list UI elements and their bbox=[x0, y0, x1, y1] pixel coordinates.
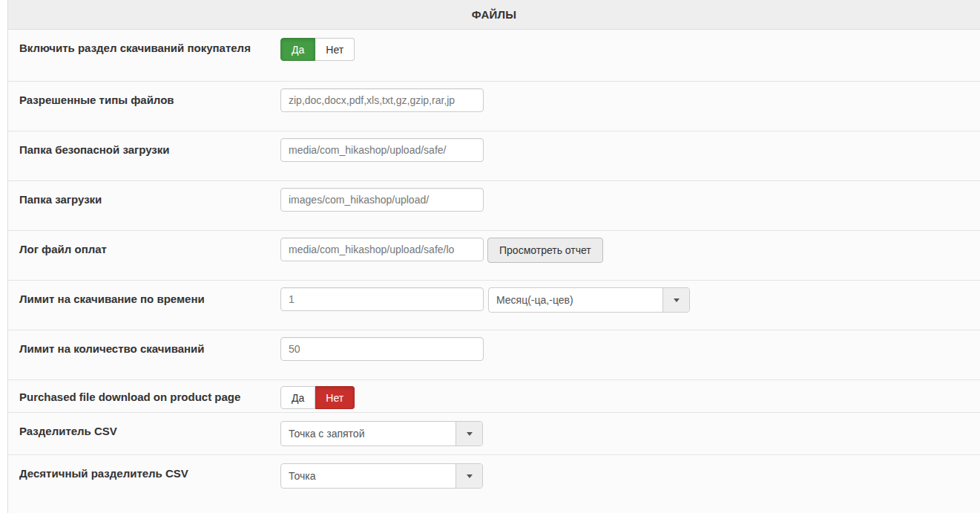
allowed-file-types-input[interactable] bbox=[280, 88, 484, 112]
csv-decimal-separator-select[interactable]: Точка bbox=[280, 463, 483, 489]
view-report-button[interactable]: Просмотреть отчет bbox=[487, 238, 603, 263]
time-period-select[interactable]: Месяц(-ца,-цев) bbox=[488, 287, 690, 313]
row-secure-upload-folder: Папка безопасной загрузки bbox=[8, 131, 980, 181]
secure-upload-folder-input[interactable] bbox=[280, 138, 484, 162]
row-allowed-file-types: Разрешенные типы файлов bbox=[8, 82, 980, 131]
csv-separator-selected-value: Точка с запятой bbox=[281, 422, 456, 445]
upload-folder-input[interactable] bbox=[280, 188, 484, 212]
select-dropdown-button[interactable] bbox=[456, 464, 482, 488]
toggle-no-button[interactable]: Нет bbox=[315, 38, 355, 61]
setting-label: Лимит на скачивание по времени bbox=[8, 281, 280, 330]
setting-label: Папка безопасной загрузки bbox=[8, 131, 280, 180]
section-header: ФАЙЛЫ bbox=[8, 0, 980, 30]
toggle-yes-button[interactable]: Да bbox=[280, 386, 315, 409]
csv-decimal-separator-selected-value: Точка bbox=[281, 464, 456, 488]
chevron-down-icon bbox=[467, 474, 473, 478]
setting-label: Папка загрузки bbox=[8, 181, 280, 230]
download-time-limit-input[interactable] bbox=[280, 287, 484, 311]
csv-separator-select[interactable]: Точка с запятой bbox=[280, 421, 483, 446]
time-period-selected-value: Месяц(-ца,-цев) bbox=[489, 288, 662, 312]
row-download-time-limit: Лимит на скачивание по времени Месяц(-ца… bbox=[8, 281, 980, 330]
row-enable-download-section: Включить раздел скачиваний покупателя Да… bbox=[8, 30, 980, 82]
setting-label: Разделитель CSV bbox=[8, 413, 280, 454]
setting-label: Лимит на количество скачиваний bbox=[8, 330, 280, 379]
toggle-no-button[interactable]: Нет bbox=[315, 386, 355, 409]
select-dropdown-button[interactable] bbox=[662, 288, 689, 312]
row-payment-log-file: Лог файл оплат Просмотреть отчет bbox=[8, 231, 980, 281]
setting-label: Лог файл оплат bbox=[8, 231, 280, 280]
toggle-yes-button[interactable]: Да bbox=[280, 38, 315, 61]
files-settings-panel: ФАЙЛЫ Включить раздел скачиваний покупат… bbox=[7, 0, 980, 513]
download-quantity-limit-input[interactable] bbox=[280, 337, 484, 361]
chevron-down-icon bbox=[674, 298, 680, 302]
payment-log-file-input[interactable] bbox=[280, 238, 484, 261]
enable-downloads-toggle: Да Нет bbox=[280, 38, 355, 61]
purchased-file-download-toggle: Да Нет bbox=[280, 386, 355, 409]
select-dropdown-button[interactable] bbox=[456, 422, 482, 445]
row-csv-decimal-separator: Десятичный разделитель CSV Точка bbox=[8, 455, 980, 513]
chevron-down-icon bbox=[467, 432, 473, 436]
row-download-quantity-limit: Лимит на количество скачиваний bbox=[8, 330, 980, 380]
setting-label: Включить раздел скачиваний покупателя bbox=[8, 30, 280, 81]
setting-label: Purchased file download on product page bbox=[8, 380, 280, 412]
row-purchased-file-download: Purchased file download on product page … bbox=[8, 380, 980, 413]
setting-label: Разрешенные типы файлов bbox=[8, 82, 280, 131]
setting-label: Десятичный разделитель CSV bbox=[8, 455, 280, 513]
section-title: ФАЙЛЫ bbox=[472, 8, 516, 21]
row-upload-folder: Папка загрузки bbox=[8, 181, 980, 231]
row-csv-separator: Разделитель CSV Точка с запятой bbox=[8, 413, 980, 455]
